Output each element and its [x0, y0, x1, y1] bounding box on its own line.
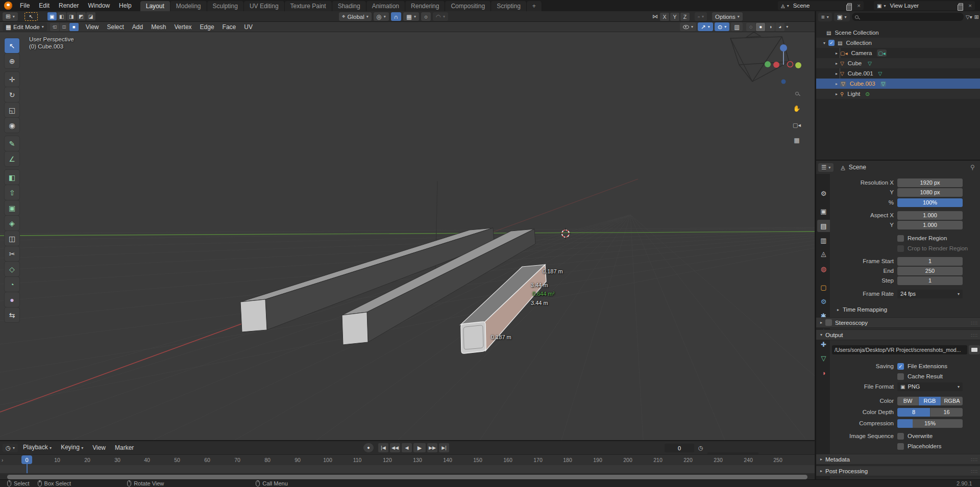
view-layer-selector[interactable]: ▣ ▾ View Layer × [874, 1, 975, 10]
shading-material-icon[interactable]: ◑ [766, 23, 775, 31]
outliner-row-scene-collection[interactable]: ▤ Scene Collection [816, 28, 980, 38]
mesh-data-icon[interactable]: ▽ [878, 71, 883, 76]
pivot-point-dropdown[interactable]: ◎▾ [374, 12, 389, 21]
current-frame-field[interactable]: 0 [665, 444, 694, 452]
tool-add-cube[interactable]: ◧ [5, 170, 19, 185]
workspace-tab-texture-paint[interactable]: Texture Paint [285, 1, 332, 11]
select-mode-set-icon[interactable]: ▣ [47, 12, 57, 20]
overlays-toggle[interactable]: ⊙▾ [715, 22, 730, 31]
tool-measure[interactable]: ∠ [5, 151, 19, 166]
menu-file[interactable]: File [15, 0, 34, 11]
proportional-editing-toggle[interactable]: ○ [421, 12, 431, 21]
camera-view-button[interactable]: ▢◂ [791, 119, 803, 131]
transform-orientation-dropdown[interactable]: ⌖Global▾ [339, 12, 372, 21]
workspace-tab-scripting[interactable]: Scripting [491, 1, 527, 11]
new-collection-button[interactable]: ⊞ [974, 14, 979, 20]
select-mode-intersect-icon[interactable]: ◪ [86, 12, 95, 20]
use-preview-range-icon[interactable]: ◷ [698, 445, 703, 451]
expand-arrow-icon[interactable]: ▸ [836, 71, 838, 76]
workspace-tab-layout[interactable]: Layout [140, 1, 170, 11]
depth-8-button[interactable]: 8 [897, 408, 930, 417]
editor-type-button[interactable]: ⊞▾ [3, 12, 18, 21]
viewport-menu-mesh[interactable]: Mesh [147, 22, 170, 32]
mirror-x-toggle[interactable]: X [660, 13, 669, 21]
edge-select-mode-icon[interactable]: ◫ [60, 23, 69, 31]
close-scene-icon[interactable]: × [857, 3, 864, 9]
scene-selector[interactable]: ◬ ▾ Scene × [778, 1, 864, 10]
workspace-tab-compositing[interactable]: Compositing [445, 1, 491, 11]
select-mode-extend-icon[interactable]: ◧ [57, 12, 66, 20]
options-dropdown[interactable]: Options▾ [712, 12, 743, 21]
timeline-ruler[interactable]: 1020 3040 5060 7080 90100 110120 130140 … [0, 454, 815, 465]
tab-object[interactable]: ▢ [817, 281, 830, 293]
tab-world[interactable]: ◍ [817, 263, 830, 275]
outliner-row-cube003-selected[interactable]: ▸ ▽ Cube.003 ▽ [816, 79, 980, 89]
outliner-display-mode-dropdown[interactable]: ≡▾ [818, 13, 832, 21]
timeline-menu-playback[interactable]: Playback ▾ [19, 442, 56, 453]
viewport-menu-select[interactable]: Select [103, 22, 128, 32]
expand-arrow-icon[interactable]: ▸ [836, 51, 838, 56]
outliner-row-camera[interactable]: ▸ ▢◂ Camera ▢◂ [816, 48, 980, 58]
mesh-data-icon[interactable]: ▽ [880, 81, 887, 87]
tool-rotate[interactable]: ↻ [5, 87, 19, 102]
viewport-menu-edge[interactable]: Edge [196, 22, 218, 32]
timeline-menu-view[interactable]: View [88, 443, 110, 453]
tool-annotate[interactable]: ✎ [5, 136, 19, 151]
snap-with-dropdown[interactable]: ▦▾ [403, 12, 419, 21]
render-region-checkbox[interactable] [897, 235, 904, 242]
tool-spin[interactable]: ◔ [5, 277, 19, 292]
outliner-search-input[interactable] [852, 13, 964, 21]
timeline-menu-keying[interactable]: Keying ▾ [57, 442, 87, 453]
shading-rendered-icon[interactable]: ◕ [775, 23, 785, 31]
tool-scale[interactable]: ◱ [5, 102, 19, 117]
timeline-editor-type-button[interactable]: ◷▾ [3, 444, 18, 452]
compression-slider[interactable]: 15% [897, 419, 963, 428]
mode-selector-dropdown[interactable]: ▦Edit Mode▾ [3, 22, 47, 31]
output-path-field[interactable]: /Users/sonja/Desktop/VR Project/screensh… [832, 345, 967, 354]
tab-object-data[interactable]: ▽ [817, 352, 830, 364]
play-reverse-button[interactable]: ◀ [402, 443, 412, 452]
depth-16-button[interactable]: 16 [930, 408, 963, 417]
tab-render[interactable]: ▣ [817, 205, 830, 217]
region-toggle-arrow[interactable]: › [2, 457, 3, 463]
snap-toggle[interactable]: ∩ [391, 12, 401, 21]
panel-grip-icon[interactable]: :::: [971, 332, 978, 338]
workspace-tab-sculpting[interactable]: Sculpting [207, 1, 244, 11]
tool-knife[interactable]: ✂ [5, 246, 19, 261]
panel-output[interactable]: ▾ Output :::: [816, 329, 980, 340]
file-format-dropdown[interactable]: ▣PNG▾ [897, 382, 963, 391]
tab-scene[interactable]: ◬ [817, 247, 830, 260]
gizmos-toggle[interactable]: ↗▾ [698, 22, 713, 31]
xray-toggle[interactable]: ▥ [731, 22, 743, 31]
outliner-row-collection[interactable]: ▾ ✓ ▤ Collection [816, 38, 980, 48]
expand-arrow-icon[interactable]: ▸ [836, 61, 838, 66]
expand-arrow-icon[interactable]: ▸ [837, 307, 839, 312]
file-extensions-checkbox[interactable]: ✓ [897, 363, 904, 370]
outliner-row-cube001[interactable]: ▸ ▽ Cube.001 ▽ [816, 68, 980, 79]
tab-output[interactable]: ▤ [817, 220, 830, 232]
add-workspace-button[interactable]: + [527, 1, 542, 11]
workspace-tab-uv-editing[interactable]: UV Editing [244, 1, 285, 11]
vertex-select-mode-icon[interactable]: ∙◱ [50, 23, 59, 31]
viewport-menu-uv[interactable]: UV [240, 22, 257, 32]
workspace-tab-animation[interactable]: Animation [366, 1, 405, 11]
jump-to-start-button[interactable]: |◀ [378, 443, 388, 452]
viewport-menu-face[interactable]: Face [218, 22, 240, 32]
viewport-menu-add[interactable]: Add [128, 22, 147, 32]
collection-checkbox[interactable]: ✓ [828, 40, 835, 46]
panel-post-processing[interactable]: ▸ Post Processing :::: [816, 466, 980, 476]
expand-arrow-icon[interactable]: ▸ [836, 82, 838, 86]
frame-start-field[interactable]: 1 [897, 257, 963, 266]
tool-smooth[interactable]: ● [5, 292, 19, 307]
tool-edge-slide[interactable]: ⇆ [5, 307, 19, 322]
color-rgb-button[interactable]: RGB [919, 397, 941, 405]
select-mode-subtract-icon[interactable]: ◨ [67, 12, 76, 20]
workspace-tab-rendering[interactable]: Rendering [405, 1, 445, 11]
mirror-z-toggle[interactable]: Z [680, 13, 690, 21]
panel-metadata[interactable]: ▸ Metadata :::: [816, 454, 980, 465]
tab-view-layer[interactable]: ▥ [817, 234, 830, 246]
tool-move[interactable]: ✛ [5, 72, 19, 87]
stereoscopy-checkbox[interactable] [825, 319, 832, 326]
crop-render-region-checkbox[interactable] [897, 245, 904, 252]
frame-rate-dropdown[interactable]: 24 fps▾ [897, 290, 963, 298]
